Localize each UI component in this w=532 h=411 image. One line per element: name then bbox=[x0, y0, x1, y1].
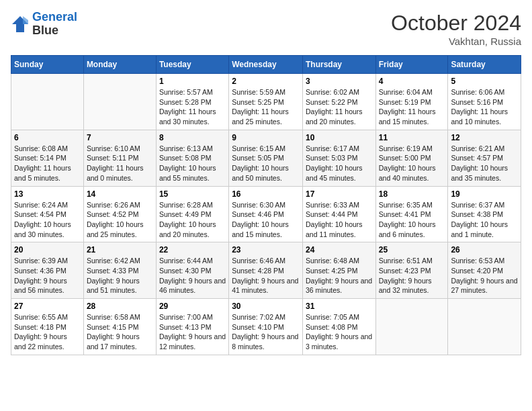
day-number: 14 bbox=[87, 189, 153, 199]
weekday-header-thursday: Thursday bbox=[302, 56, 375, 74]
calendar-cell: 8Sunrise: 6:13 AMSunset: 5:08 PMDaylight… bbox=[156, 130, 228, 186]
day-number: 16 bbox=[232, 189, 300, 199]
weekday-header-friday: Friday bbox=[375, 56, 448, 74]
day-number: 8 bbox=[159, 133, 226, 142]
calendar-cell: 5Sunrise: 6:06 AMSunset: 5:16 PMDaylight… bbox=[448, 74, 521, 130]
day-number: 18 bbox=[379, 189, 445, 199]
calendar-cell bbox=[448, 299, 521, 355]
day-number: 28 bbox=[87, 302, 153, 311]
calendar-cell bbox=[83, 74, 156, 130]
day-info: Sunrise: 6:33 AMSunset: 4:44 PMDaylight:… bbox=[306, 200, 373, 240]
day-number: 10 bbox=[306, 133, 373, 142]
calendar-cell: 18Sunrise: 6:35 AMSunset: 4:41 PMDayligh… bbox=[375, 186, 448, 242]
calendar-week-3: 13Sunrise: 6:24 AMSunset: 4:54 PMDayligh… bbox=[11, 186, 521, 242]
calendar-cell: 26Sunrise: 6:53 AMSunset: 4:20 PMDayligh… bbox=[448, 242, 521, 299]
logo: GeneralBlue bbox=[11, 11, 77, 38]
calendar-week-4: 20Sunrise: 6:39 AMSunset: 4:36 PMDayligh… bbox=[11, 242, 521, 299]
weekday-header-sunday: Sunday bbox=[11, 56, 84, 74]
calendar-cell: 31Sunrise: 7:05 AMSunset: 4:08 PMDayligh… bbox=[302, 299, 375, 355]
calendar-cell: 27Sunrise: 6:55 AMSunset: 4:18 PMDayligh… bbox=[11, 299, 84, 355]
day-info: Sunrise: 6:17 AMSunset: 5:03 PMDaylight:… bbox=[306, 144, 373, 183]
day-number: 17 bbox=[306, 189, 373, 199]
calendar-cell: 4Sunrise: 6:04 AMSunset: 5:19 PMDaylight… bbox=[375, 74, 448, 130]
calendar-cell: 3Sunrise: 6:02 AMSunset: 5:22 PMDaylight… bbox=[302, 74, 375, 130]
calendar-cell: 6Sunrise: 6:08 AMSunset: 5:14 PMDaylight… bbox=[11, 130, 84, 186]
day-number: 4 bbox=[379, 77, 445, 86]
day-info: Sunrise: 6:15 AMSunset: 5:05 PMDaylight:… bbox=[232, 144, 300, 183]
day-info: Sunrise: 7:05 AMSunset: 4:08 PMDaylight:… bbox=[306, 312, 373, 352]
day-info: Sunrise: 6:35 AMSunset: 4:41 PMDaylight:… bbox=[379, 200, 445, 240]
day-info: Sunrise: 7:00 AMSunset: 4:13 PMDaylight:… bbox=[159, 312, 226, 352]
calendar-cell: 24Sunrise: 6:48 AMSunset: 4:25 PMDayligh… bbox=[302, 242, 375, 299]
day-info: Sunrise: 6:51 AMSunset: 4:23 PMDaylight:… bbox=[379, 256, 445, 295]
calendar-cell: 29Sunrise: 7:00 AMSunset: 4:13 PMDayligh… bbox=[156, 299, 228, 355]
day-number: 3 bbox=[306, 77, 373, 86]
day-number: 21 bbox=[87, 245, 153, 255]
day-number: 5 bbox=[451, 77, 518, 86]
day-number: 30 bbox=[232, 302, 300, 311]
day-info: Sunrise: 6:55 AMSunset: 4:18 PMDaylight:… bbox=[14, 312, 81, 352]
page-header: GeneralBlue October 2024 Vakhtan, Russia bbox=[11, 11, 521, 47]
calendar-cell: 13Sunrise: 6:24 AMSunset: 4:54 PMDayligh… bbox=[11, 186, 84, 242]
calendar-cell: 30Sunrise: 7:02 AMSunset: 4:10 PMDayligh… bbox=[229, 299, 303, 355]
day-number: 13 bbox=[14, 189, 81, 199]
day-number: 20 bbox=[14, 245, 81, 255]
day-number: 27 bbox=[14, 302, 81, 311]
calendar-cell: 21Sunrise: 6:42 AMSunset: 4:33 PMDayligh… bbox=[83, 242, 156, 299]
calendar-cell: 15Sunrise: 6:28 AMSunset: 4:49 PMDayligh… bbox=[156, 186, 228, 242]
day-number: 24 bbox=[306, 245, 373, 255]
day-info: Sunrise: 6:04 AMSunset: 5:19 PMDaylight:… bbox=[379, 87, 445, 127]
weekday-header-saturday: Saturday bbox=[448, 56, 521, 74]
calendar-cell: 16Sunrise: 6:30 AMSunset: 4:46 PMDayligh… bbox=[229, 186, 303, 242]
day-number: 26 bbox=[451, 245, 518, 255]
weekday-header-tuesday: Tuesday bbox=[156, 56, 228, 74]
calendar-cell: 7Sunrise: 6:10 AMSunset: 5:11 PMDaylight… bbox=[83, 130, 156, 186]
calendar-week-1: 1Sunrise: 5:57 AMSunset: 5:28 PMDaylight… bbox=[11, 74, 521, 130]
weekday-header-wednesday: Wednesday bbox=[229, 56, 303, 74]
calendar-cell: 25Sunrise: 6:51 AMSunset: 4:23 PMDayligh… bbox=[375, 242, 448, 299]
calendar-cell bbox=[11, 74, 84, 130]
calendar-cell: 17Sunrise: 6:33 AMSunset: 4:44 PMDayligh… bbox=[302, 186, 375, 242]
calendar-cell: 28Sunrise: 6:58 AMSunset: 4:15 PMDayligh… bbox=[83, 299, 156, 355]
calendar-cell: 1Sunrise: 5:57 AMSunset: 5:28 PMDaylight… bbox=[156, 74, 228, 130]
header-row: SundayMondayTuesdayWednesdayThursdayFrid… bbox=[11, 56, 521, 74]
day-info: Sunrise: 6:44 AMSunset: 4:30 PMDaylight:… bbox=[159, 256, 226, 295]
title-block: October 2024 Vakhtan, Russia bbox=[391, 11, 521, 47]
calendar-cell: 9Sunrise: 6:15 AMSunset: 5:05 PMDaylight… bbox=[229, 130, 303, 186]
day-info: Sunrise: 6:26 AMSunset: 4:52 PMDaylight:… bbox=[87, 200, 153, 240]
weekday-header-monday: Monday bbox=[83, 56, 156, 74]
day-number: 25 bbox=[379, 245, 445, 255]
day-info: Sunrise: 6:13 AMSunset: 5:08 PMDaylight:… bbox=[159, 144, 226, 183]
calendar-week-5: 27Sunrise: 6:55 AMSunset: 4:18 PMDayligh… bbox=[11, 299, 521, 355]
calendar-cell: 22Sunrise: 6:44 AMSunset: 4:30 PMDayligh… bbox=[156, 242, 228, 299]
month-title: October 2024 bbox=[391, 11, 521, 36]
day-info: Sunrise: 6:53 AMSunset: 4:20 PMDaylight:… bbox=[451, 256, 518, 295]
day-number: 19 bbox=[451, 189, 518, 199]
day-info: Sunrise: 6:39 AMSunset: 4:36 PMDaylight:… bbox=[14, 256, 81, 295]
day-info: Sunrise: 6:10 AMSunset: 5:11 PMDaylight:… bbox=[87, 144, 153, 183]
day-info: Sunrise: 5:57 AMSunset: 5:28 PMDaylight:… bbox=[159, 87, 226, 127]
calendar-cell bbox=[375, 299, 448, 355]
day-number: 22 bbox=[159, 245, 226, 255]
logo-text: GeneralBlue bbox=[32, 11, 77, 38]
day-info: Sunrise: 6:42 AMSunset: 4:33 PMDaylight:… bbox=[87, 256, 153, 295]
day-info: Sunrise: 6:58 AMSunset: 4:15 PMDaylight:… bbox=[87, 312, 153, 352]
calendar-cell: 10Sunrise: 6:17 AMSunset: 5:03 PMDayligh… bbox=[302, 130, 375, 186]
day-number: 15 bbox=[159, 189, 226, 199]
calendar-cell: 2Sunrise: 5:59 AMSunset: 5:25 PMDaylight… bbox=[229, 74, 303, 130]
day-info: Sunrise: 6:02 AMSunset: 5:22 PMDaylight:… bbox=[306, 87, 373, 127]
day-info: Sunrise: 6:24 AMSunset: 4:54 PMDaylight:… bbox=[14, 200, 81, 240]
calendar-cell: 14Sunrise: 6:26 AMSunset: 4:52 PMDayligh… bbox=[83, 186, 156, 242]
day-info: Sunrise: 6:48 AMSunset: 4:25 PMDaylight:… bbox=[306, 256, 373, 295]
day-number: 11 bbox=[379, 133, 445, 142]
location: Vakhtan, Russia bbox=[391, 36, 521, 47]
day-info: Sunrise: 6:37 AMSunset: 4:38 PMDaylight:… bbox=[451, 200, 518, 240]
calendar-week-2: 6Sunrise: 6:08 AMSunset: 5:14 PMDaylight… bbox=[11, 130, 521, 186]
calendar-cell: 11Sunrise: 6:19 AMSunset: 5:00 PMDayligh… bbox=[375, 130, 448, 186]
day-number: 1 bbox=[159, 77, 226, 86]
day-info: Sunrise: 6:06 AMSunset: 5:16 PMDaylight:… bbox=[451, 87, 518, 127]
day-info: Sunrise: 5:59 AMSunset: 5:25 PMDaylight:… bbox=[232, 87, 300, 127]
day-info: Sunrise: 6:30 AMSunset: 4:46 PMDaylight:… bbox=[232, 200, 300, 240]
day-info: Sunrise: 7:02 AMSunset: 4:10 PMDaylight:… bbox=[232, 312, 300, 352]
day-info: Sunrise: 6:28 AMSunset: 4:49 PMDaylight:… bbox=[159, 200, 226, 240]
